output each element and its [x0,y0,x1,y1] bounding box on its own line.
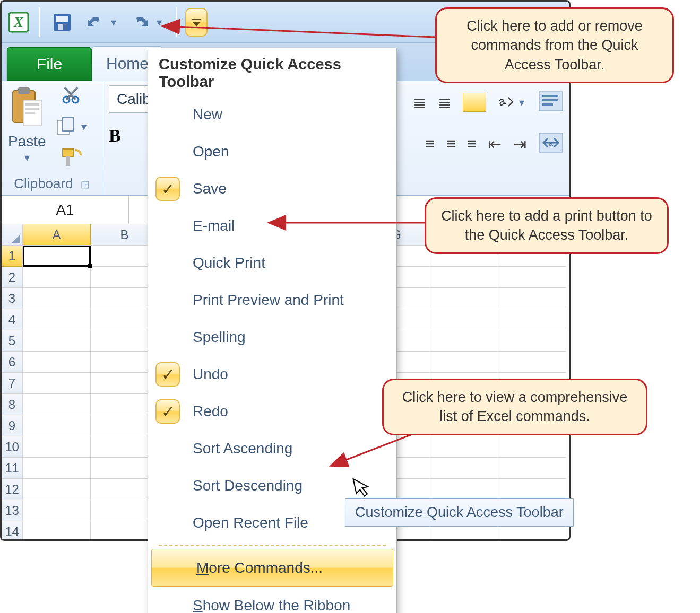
group-label-clipboard: Clipboard [14,176,73,192]
dropdown-caret-icon[interactable]: ▾ [517,96,526,109]
redo-icon [130,12,151,33]
cell[interactable] [498,267,566,288]
row-header[interactable]: 6 [2,352,23,373]
dropdown-caret-icon[interactable]: ▾ [79,120,89,133]
row-header[interactable]: 12 [2,479,23,500]
row-header[interactable]: 1 [2,246,23,267]
menu-item-sort-ascending[interactable]: Sort Ascending [148,430,396,467]
row-header[interactable]: 13 [2,500,23,521]
callout-top: Click here to add or remove commands fro… [435,7,674,83]
menu-item-label: E-mail [193,217,235,234]
menu-item-undo[interactable]: ✓Undo [148,356,396,393]
paste-label: Paste [8,133,46,150]
cell[interactable] [23,288,91,309]
menu-item-quick-print[interactable]: Quick Print [148,244,396,282]
separator [176,7,177,37]
cell[interactable] [23,373,91,394]
cell[interactable] [23,330,91,352]
qat-customize-button[interactable] [185,8,208,37]
cell[interactable] [23,458,91,479]
select-all-corner[interactable] [2,224,23,246]
menu-item-spelling[interactable]: Spelling [148,319,396,356]
menu-item-print-preview-and-print[interactable]: Print Preview and Print [148,282,396,319]
cell[interactable] [498,458,566,479]
row-header[interactable]: 14 [2,521,23,539]
cut-button[interactable] [62,85,83,107]
cell[interactable] [430,309,498,330]
merge-center-button[interactable]: a [538,132,564,155]
align-bottom-icon[interactable]: ≣ [438,93,451,112]
row-header[interactable]: 8 [2,394,23,415]
svg-marker-7 [193,22,200,27]
qat-save-button[interactable] [48,8,76,36]
check-icon: ✓ [155,399,180,424]
decrease-indent-button[interactable]: ⇤ [488,135,502,153]
cell[interactable] [430,479,498,500]
qat-redo-button[interactable]: ▾ [127,8,167,36]
menu-item-new[interactable]: New [148,96,396,133]
cell[interactable] [430,352,498,373]
qat-undo-button[interactable]: ▾ [81,8,122,36]
format-painter-button[interactable] [61,147,84,170]
align-center-button[interactable]: ≡ [446,135,456,153]
svg-rect-22 [542,95,558,97]
svg-rect-23 [542,99,558,101]
row-header[interactable]: 2 [2,267,23,288]
row-header[interactable]: 10 [2,436,23,458]
dialog-launcher-clipboard[interactable]: ◳ [81,178,90,190]
copy-button[interactable]: ▾ [56,116,89,137]
wrap-text-button[interactable] [538,91,564,114]
cell[interactable] [498,309,566,330]
menu-item-label: Open Recent File [193,514,308,531]
menu-item-e-mail[interactable]: E-mail [148,207,396,244]
cell[interactable] [430,267,498,288]
cell[interactable] [430,288,498,309]
align-middle-icon[interactable]: ≣ [413,93,426,112]
fill-color-button[interactable] [463,93,486,112]
check-icon: ✓ [155,177,180,201]
menu-item-redo[interactable]: ✓Redo [148,393,396,430]
cell[interactable] [23,309,91,330]
row-header[interactable]: 9 [2,415,23,436]
menu-item-open[interactable]: Open [148,133,396,170]
cell[interactable] [498,288,566,309]
col-header-A[interactable]: A [23,224,91,246]
row-header[interactable]: 4 [2,309,23,330]
cell[interactable] [23,394,91,415]
cell[interactable] [498,330,566,352]
row-header[interactable]: 5 [2,330,23,352]
dropdown-caret-icon[interactable]: ▾ [109,16,118,29]
cell[interactable] [23,415,91,436]
cell[interactable] [498,479,566,500]
wrap-text-icon [538,91,564,112]
orientation-button[interactable]: a ▾ [498,94,526,110]
increase-indent-button[interactable]: ⇥ [513,135,526,153]
cell[interactable] [23,521,91,539]
bold-button[interactable]: B [109,126,121,146]
row-header[interactable]: 3 [2,288,23,309]
check-icon: ✓ [155,362,180,387]
cell[interactable] [23,267,91,288]
dropdown-caret-icon[interactable]: ▾ [154,16,164,29]
align-right-button[interactable]: ≡ [467,135,477,153]
cell[interactable] [23,436,91,458]
row-header[interactable]: 7 [2,373,23,394]
cell[interactable] [498,436,566,458]
tab-file[interactable]: File [7,47,92,81]
cell[interactable] [23,352,91,373]
menu-item-more-commands[interactable]: More Commands... [151,549,393,587]
cell[interactable] [23,246,91,267]
paste-button[interactable]: Paste ▾ [8,85,46,164]
name-box[interactable]: A1 [2,196,129,224]
cell[interactable] [430,436,498,458]
menu-item-save[interactable]: ✓Save [148,170,396,207]
cell[interactable] [23,500,91,521]
cell[interactable] [430,330,498,352]
cell[interactable] [498,352,566,373]
dropdown-caret-icon[interactable]: ▾ [22,151,32,164]
align-left-button[interactable]: ≡ [425,135,435,153]
menu-item-show-below-ribbon[interactable]: Show Below the Ribbon [148,587,396,613]
cell[interactable] [23,479,91,500]
row-header[interactable]: 11 [2,458,23,479]
cell[interactable] [430,458,498,479]
